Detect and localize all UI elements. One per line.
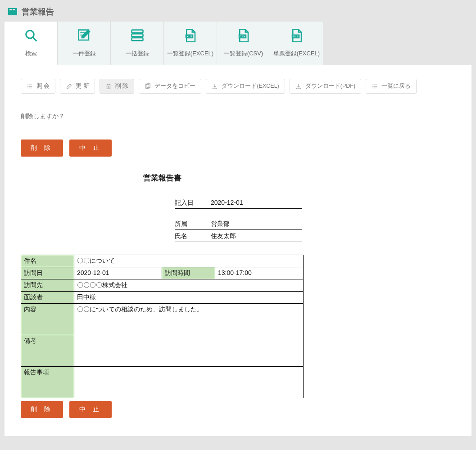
- xls-file-icon: XLS: [183, 29, 198, 42]
- meta-entry-date: 記入日 2020-12-01: [175, 197, 302, 209]
- csv-file-icon: CSV: [236, 29, 251, 42]
- tab-list-register-csv[interactable]: CSV 一覧登録(CSV): [217, 22, 270, 65]
- cancel-button[interactable]: 中 止: [69, 401, 112, 418]
- action-bar: 照 会 更 新 削 除 データをコピー ダウンロード(EXCEL) ダウンロード…: [21, 79, 455, 94]
- svg-rect-6: [131, 34, 143, 36]
- field-label: 件名: [21, 255, 74, 267]
- stack-icon: [130, 29, 145, 42]
- meta-value: 営業部: [211, 220, 230, 228]
- tab-single-register[interactable]: 一件登録: [58, 22, 111, 65]
- edit-button[interactable]: 更 新: [60, 79, 95, 94]
- tab-label: 単票登録(EXCEL): [273, 50, 320, 58]
- field-value: 〇〇についての相談のため、訪問しました。: [74, 304, 304, 335]
- copy-button[interactable]: データをコピー: [139, 79, 201, 94]
- xls-file-icon: XLS: [290, 29, 304, 42]
- back-to-list-button[interactable]: 一覧に戻る: [366, 79, 417, 94]
- primary-actions-top: 削 除 中 止: [21, 140, 455, 157]
- table-row: 内容 〇〇についての相談のため、訪問しました。: [21, 304, 304, 335]
- report-document: 営業報告書 記入日 2020-12-01 所属 営業部 氏名 住友太郎 件名 〇…: [21, 165, 304, 398]
- window-icon: [8, 8, 17, 15]
- svg-rect-7: [131, 38, 143, 40]
- tabs: 検索 一件登録 一括登録 XLS 一覧登録(EXCEL) CSV 一覧登録(CS…: [5, 22, 476, 65]
- confirm-delete-button[interactable]: 削 除: [21, 140, 63, 157]
- confirm-text: 削除しますか？: [21, 112, 455, 121]
- meta-label: 記入日: [175, 199, 211, 207]
- button-label: 削 除: [115, 82, 128, 90]
- report-meta: 記入日 2020-12-01 所属 営業部 氏名 住友太郎: [175, 197, 302, 242]
- delete-button[interactable]: 削 除: [100, 79, 134, 94]
- field-value: 〇〇〇〇株式会社: [74, 279, 304, 292]
- button-label: 照 会: [36, 82, 50, 90]
- table-row: 備考: [21, 335, 304, 367]
- field-value: [74, 335, 304, 367]
- field-value: 〇〇について: [74, 255, 304, 267]
- button-label: 一覧に戻る: [381, 82, 411, 90]
- search-icon: [24, 29, 38, 42]
- table-row: 件名 〇〇について: [21, 255, 304, 267]
- tab-label: 一括登録: [126, 50, 149, 58]
- field-value: 13:00-17:00: [215, 267, 304, 279]
- meta-label: 所属: [175, 220, 211, 228]
- svg-rect-5: [131, 30, 143, 33]
- field-value: 田中様: [74, 292, 304, 304]
- download-icon: [295, 83, 302, 90]
- trash-icon: [105, 83, 112, 90]
- table-row: 訪問日 2020-12-01 訪問時間 13:00-17:00: [21, 267, 304, 279]
- table-row: 訪問先 〇〇〇〇株式会社: [21, 279, 304, 292]
- view-button[interactable]: 照 会: [21, 79, 55, 94]
- field-label: 備考: [21, 335, 74, 367]
- field-value: 2020-12-01: [74, 267, 162, 279]
- primary-actions-bottom: 削 除 中 止: [21, 401, 455, 418]
- svg-text:XLS: XLS: [186, 35, 192, 38]
- meta-label: 氏名: [175, 232, 211, 240]
- button-label: ダウンロード(EXCEL): [222, 82, 279, 90]
- edit-icon: [77, 29, 91, 42]
- svg-text:CSV: CSV: [240, 35, 246, 38]
- table-row: 報告事項: [21, 367, 304, 398]
- tab-form-register-excel[interactable]: XLS 単票登録(EXCEL): [270, 22, 323, 65]
- pencil-icon: [66, 83, 72, 90]
- report-title: 営業報告書: [21, 165, 304, 197]
- field-label: 面談者: [21, 292, 74, 304]
- content-panel: 照 会 更 新 削 除 データをコピー ダウンロード(EXCEL) ダウンロード…: [5, 65, 471, 436]
- copy-icon: [145, 83, 151, 90]
- tab-list-register-excel[interactable]: XLS 一覧登録(EXCEL): [164, 22, 217, 65]
- meta-value: 住友太郎: [211, 232, 236, 240]
- page-title: 営業報告: [22, 6, 54, 17]
- button-label: データをコピー: [154, 82, 195, 90]
- tab-label: 一覧登録(CSV): [224, 50, 263, 58]
- field-label: 内容: [21, 304, 74, 335]
- svg-text:XLS: XLS: [293, 35, 298, 38]
- tab-search[interactable]: 検索: [5, 22, 58, 65]
- field-label: 報告事項: [21, 367, 74, 398]
- tab-label: 一件登録: [73, 50, 96, 58]
- download-pdf-button[interactable]: ダウンロード(PDF): [290, 79, 361, 94]
- download-icon: [212, 83, 218, 90]
- field-label: 訪問時間: [162, 267, 215, 279]
- tab-label: 一覧登録(EXCEL): [167, 50, 213, 58]
- cancel-button[interactable]: 中 止: [69, 140, 112, 157]
- list-icon: [372, 83, 378, 90]
- download-excel-button[interactable]: ダウンロード(EXCEL): [206, 79, 285, 94]
- table-row: 面談者 田中様: [21, 292, 304, 304]
- meta-value: 2020-12-01: [211, 199, 243, 207]
- field-label: 訪問日: [21, 267, 74, 279]
- svg-point-0: [26, 31, 34, 39]
- meta-name: 氏名 住友太郎: [175, 230, 302, 242]
- button-label: ダウンロード(PDF): [305, 82, 355, 90]
- field-value: [74, 367, 304, 398]
- button-label: 更 新: [76, 82, 89, 90]
- tab-batch-register[interactable]: 一括登録: [111, 22, 164, 65]
- confirm-delete-button[interactable]: 削 除: [21, 401, 63, 418]
- report-table: 件名 〇〇について 訪問日 2020-12-01 訪問時間 13:00-17:0…: [21, 255, 304, 398]
- meta-dept: 所属 営業部: [175, 218, 302, 230]
- svg-line-1: [32, 37, 36, 41]
- list-icon: [27, 83, 33, 90]
- field-label: 訪問先: [21, 279, 74, 292]
- page-header: 営業報告: [0, 0, 476, 22]
- tab-label: 検索: [25, 50, 37, 58]
